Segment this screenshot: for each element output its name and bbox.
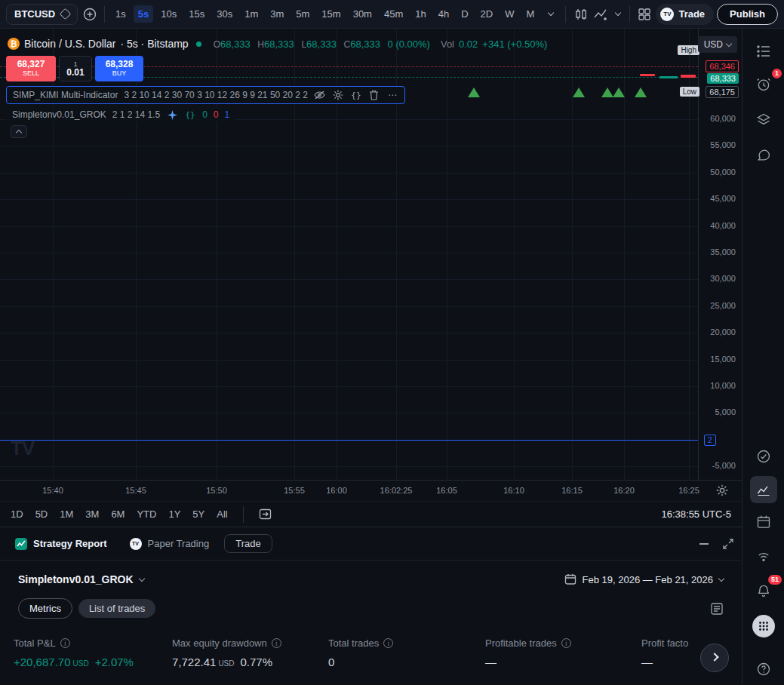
right-sidebar: 1 51 [742, 29, 784, 685]
buy-button[interactable]: 68,328 BUY [95, 56, 143, 81]
session-clock[interactable]: 16:38:55 UTC-5 [662, 508, 732, 520]
price-tick: 60,000 [710, 114, 736, 123]
help-icon[interactable] [750, 656, 777, 683]
metrics-button[interactable]: Metrics [18, 598, 72, 619]
delete-trash-icon[interactable] [368, 89, 380, 101]
currency-value: USD [704, 39, 723, 50]
compare-add-symbol-icon[interactable] [81, 4, 98, 25]
chart-settings-gear-icon[interactable] [716, 484, 728, 496]
strategy-sparkle-icon[interactable] [166, 109, 178, 121]
timeframe-30m[interactable]: 30m [349, 5, 377, 23]
indicators-icon[interactable] [592, 4, 610, 25]
info-icon[interactable]: i [561, 638, 571, 648]
currency-selector[interactable]: USD [698, 36, 737, 53]
indicators-chevron-icon[interactable] [613, 4, 623, 25]
apps-menu-icon[interactable] [750, 613, 777, 640]
info-icon[interactable]: i [60, 638, 70, 648]
calendar-sidebar-icon[interactable] [750, 508, 777, 536]
tab-strategy-report[interactable]: Strategy Report [8, 533, 115, 554]
report-date-range[interactable]: Feb 19, 2026 — Feb 21, 2026 [564, 573, 724, 585]
range-3M[interactable]: 3M [85, 508, 99, 520]
baseline-badge: 2 [704, 435, 716, 446]
object-tree-icon[interactable] [750, 106, 777, 134]
timeframe-15m[interactable]: 15m [317, 5, 345, 23]
tab-paper-trading[interactable]: TV Paper Trading [122, 533, 217, 554]
candle-mark [681, 75, 696, 78]
buy-signal-marker[interactable] [573, 88, 585, 97]
range-1D[interactable]: 1D [11, 508, 23, 520]
list-of-trades-button[interactable]: List of trades [78, 599, 155, 618]
top-toolbar: BTCUSD 1s 5s 10s 15s 30s 1m 3m 5m 15m 30… [0, 0, 784, 29]
metrics-scroll-next-button[interactable] [700, 644, 729, 672]
trade-button[interactable]: TV Trade [656, 4, 714, 25]
strategy-selector[interactable]: Simpletonv0.01_GROK [18, 573, 144, 585]
minimize-panel-icon[interactable] [699, 543, 709, 545]
timeframe-30s[interactable]: 30s [212, 5, 237, 23]
indicator-row-simpleton-grok[interactable]: Simpletonv0.01_GROK 2 1 2 14 1.5 {} 0 0 … [6, 107, 235, 122]
strategy-tester-icon[interactable] [750, 476, 777, 503]
range-5Y[interactable]: 5Y [192, 508, 204, 520]
timeframe-menu-chevron-icon[interactable] [542, 4, 559, 25]
timeframe-5s[interactable]: 5s [134, 5, 153, 23]
timeframe-10s[interactable]: 10s [156, 5, 181, 23]
timeframe-1D[interactable]: D [457, 5, 472, 23]
high-price-label: High [678, 45, 699, 55]
timeframe-3m[interactable]: 3m [266, 5, 288, 23]
chart-symbol-title[interactable]: Bitcoin / U.S. Dollar [24, 38, 115, 50]
timeframe-1M[interactable]: M [521, 5, 539, 23]
range-5D[interactable]: 5D [35, 508, 48, 520]
layout-grid-icon[interactable] [635, 4, 653, 25]
source-code-icon[interactable]: {} [350, 89, 362, 101]
chart-area[interactable]: ₿ Bitcoin / U.S. Dollar · 5s · Bitstamp … [0, 29, 742, 480]
timeframe-45m[interactable]: 45m [380, 5, 407, 23]
streams-broadcast-icon[interactable] [750, 544, 777, 571]
strategy-code-icon[interactable]: {} [184, 109, 196, 121]
info-icon[interactable]: i [272, 638, 281, 648]
timeframe-15s[interactable]: 15s [184, 5, 209, 23]
watchlist-icon[interactable] [750, 38, 777, 65]
range-All[interactable]: All [217, 508, 227, 520]
indicator-row-simp-kimi[interactable]: SIMP_KIMI Multi-Indicator 3 2 10 14 2 30… [6, 86, 405, 104]
range-bar-divider [243, 506, 244, 523]
range-1M[interactable]: 1M [60, 508, 73, 520]
publish-button[interactable]: Publish [717, 4, 778, 25]
timeframe-1s[interactable]: 1s [111, 5, 131, 23]
range-YTD[interactable]: YTD [137, 508, 156, 520]
visibility-eye-icon[interactable] [314, 89, 326, 101]
metric-label: Max equity drawdown [172, 637, 267, 649]
time-axis[interactable]: 15:40 15:45 15:50 15:55 16:00 16:02:25 1… [0, 480, 742, 501]
timeframe-1m[interactable]: 1m [240, 5, 263, 23]
panel-trade-button[interactable]: Trade [224, 534, 272, 553]
range-6M[interactable]: 6M [111, 508, 125, 520]
price-axis[interactable]: High 68,346 68,333 Low 68,175 60,000 55,… [698, 29, 742, 480]
chat-ideas-icon[interactable] [750, 142, 777, 169]
alerts-icon[interactable]: 1 [750, 71, 777, 98]
report-layout-icon[interactable] [710, 602, 724, 616]
timeframe-4h[interactable]: 4h [434, 5, 453, 23]
buy-signal-marker[interactable] [601, 88, 613, 97]
timeframe-5m[interactable]: 5m [291, 5, 314, 23]
notifications-bell-icon[interactable]: 51 [750, 577, 777, 604]
buy-signal-marker[interactable] [613, 88, 625, 97]
metric-total-pnl: Total P&Li +20,687.70USD+2.07% [14, 637, 134, 668]
timeframe-2D[interactable]: 2D [476, 5, 498, 23]
chart-interval-exchange: · 5s · Bitstamp [120, 38, 188, 50]
info-icon[interactable]: i [383, 638, 393, 648]
range-1Y[interactable]: 1Y [168, 508, 180, 520]
buy-signal-marker[interactable] [468, 88, 480, 97]
timeframe-1W[interactable]: W [500, 5, 518, 23]
spread-qty-box[interactable]: 1 0.01 [59, 56, 92, 81]
buy-signal-marker[interactable] [635, 88, 647, 97]
legend-collapse-button[interactable] [11, 125, 27, 138]
indicator-settings-gear-icon[interactable] [332, 89, 344, 101]
market-status-icon[interactable] [196, 41, 201, 47]
timeframe-1h[interactable]: 1h [410, 5, 430, 23]
symbol-flag-icon[interactable] [60, 8, 72, 20]
sell-button[interactable]: 68,327 SELL [6, 56, 56, 81]
go-to-date-icon[interactable] [259, 508, 272, 521]
chart-type-candles-icon[interactable] [572, 4, 589, 25]
more-options-icon[interactable]: ⋯ [386, 89, 398, 101]
symbol-search-button[interactable]: BTCUSD [6, 4, 78, 25]
hotlists-target-icon[interactable] [750, 443, 777, 470]
maximize-panel-icon[interactable] [722, 538, 734, 550]
